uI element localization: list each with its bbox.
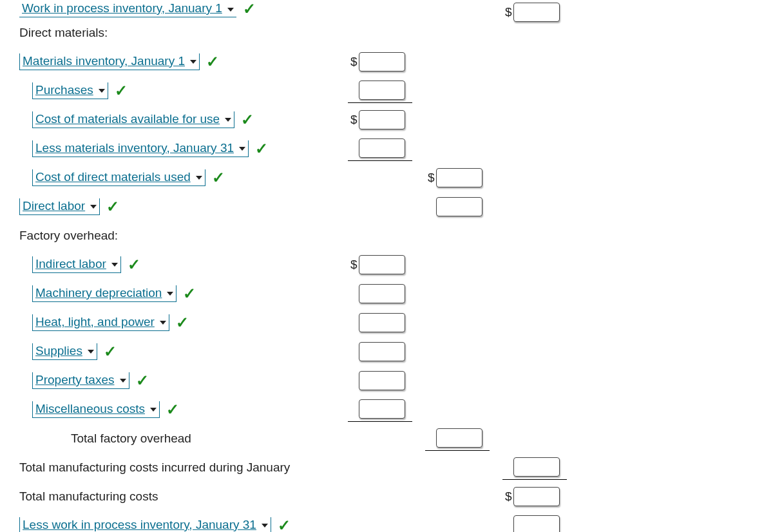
row-less-mat-jan31: Less materials inventory, January 31 ✓ $ xyxy=(0,134,773,163)
check-icon: ✓ xyxy=(176,314,189,332)
row-property-taxes: Property taxes ✓ $ xyxy=(0,366,773,395)
check-icon: ✓ xyxy=(166,401,179,419)
check-icon: ✓ xyxy=(128,256,140,274)
input-total-mfg-costs-incurred[interactable] xyxy=(513,457,560,477)
input-heat-light-power[interactable] xyxy=(359,313,405,332)
row-supplies: Supplies ✓ $ xyxy=(0,337,773,366)
dollar-sign: $ xyxy=(350,55,358,69)
check-icon: ✓ xyxy=(212,169,225,187)
input-purchases[interactable] xyxy=(359,81,405,100)
check-icon: ✓ xyxy=(278,517,291,533)
dropdown-misc-costs[interactable]: Miscellaneous costs xyxy=(32,401,160,418)
row-cost-mat-avail: Cost of materials available for use ✓ $ xyxy=(0,105,773,134)
dollar-sign: $ xyxy=(505,5,512,19)
input-total-factory-overhead[interactable] xyxy=(436,428,482,448)
input-direct-labor[interactable] xyxy=(436,197,482,216)
label-direct-materials: Direct materials: xyxy=(19,26,108,40)
input-machinery-dep[interactable] xyxy=(359,284,405,303)
input-less-mat-jan31[interactable] xyxy=(359,138,405,158)
input-total-mfg-costs[interactable] xyxy=(513,487,560,506)
label-total-mfg-costs-incurred: Total manufacturing costs incurred durin… xyxy=(19,461,290,475)
dropdown-indirect-labor[interactable]: Indirect labor xyxy=(32,256,121,273)
dropdown-direct-labor[interactable]: Direct labor xyxy=(19,198,100,215)
check-icon: ✓ xyxy=(183,285,196,303)
row-indirect-labor: Indirect labor ✓ $ xyxy=(0,250,773,279)
check-icon: ✓ xyxy=(115,82,128,100)
input-supplies[interactable] xyxy=(359,342,405,361)
dropdown-less-mat-jan31[interactable]: Less materials inventory, January 31 xyxy=(32,140,249,157)
row-direct-materials-header: Direct materials: xyxy=(0,18,773,47)
input-misc-costs[interactable] xyxy=(359,399,405,419)
row-wip-jan1: Work in process inventory, January 1 ✓ $ xyxy=(0,0,773,18)
dropdown-purchases[interactable]: Purchases xyxy=(32,82,108,99)
dropdown-property-taxes[interactable]: Property taxes xyxy=(32,372,129,389)
input-cost-direct-mat-used[interactable] xyxy=(436,168,482,187)
check-icon: ✓ xyxy=(104,343,117,361)
dropdown-heat-light-power[interactable]: Heat, light, and power xyxy=(32,314,169,331)
label-total-factory-overhead: Total factory overhead xyxy=(71,432,191,446)
row-total-mfg-costs-incurred: Total manufacturing costs incurred durin… xyxy=(0,453,773,482)
input-indirect-labor[interactable] xyxy=(359,255,405,274)
row-cost-direct-mat-used: Cost of direct materials used ✓ $ xyxy=(0,163,773,192)
input-less-wip-jan31[interactable] xyxy=(513,515,560,532)
dollar-sign: $ xyxy=(350,258,358,272)
input-property-taxes[interactable] xyxy=(359,371,405,390)
check-icon: ✓ xyxy=(106,198,119,216)
dollar-sign: $ xyxy=(350,113,358,127)
dollar-sign: $ xyxy=(505,489,512,504)
row-machinery-dep: Machinery depreciation ✓ $ xyxy=(0,279,773,308)
check-icon: ✓ xyxy=(136,372,149,390)
dropdown-cost-direct-mat-used[interactable]: Cost of direct materials used xyxy=(32,169,205,186)
row-total-factory-overhead: Total factory overhead $ xyxy=(0,424,773,453)
row-total-mfg-costs: Total manufacturing costs $ xyxy=(0,482,773,511)
input-cost-mat-avail[interactable] xyxy=(359,110,405,129)
check-icon: ✓ xyxy=(243,0,256,18)
row-purchases: Purchases ✓ $ xyxy=(0,76,773,105)
dropdown-supplies[interactable]: Supplies xyxy=(32,343,97,360)
dropdown-cost-mat-avail[interactable]: Cost of materials available for use xyxy=(32,111,234,128)
label-factory-overhead: Factory overhead: xyxy=(19,229,118,243)
dropdown-wip-jan1[interactable]: Work in process inventory, January 1 xyxy=(19,1,236,17)
dropdown-mat-inv-jan1[interactable]: Materials inventory, January 1 xyxy=(19,53,200,70)
check-icon: ✓ xyxy=(241,111,254,129)
input-mat-inv-jan1[interactable] xyxy=(359,52,405,71)
dollar-sign: $ xyxy=(428,171,435,185)
row-factory-overhead-header: Factory overhead: xyxy=(0,221,773,250)
row-mat-inv-jan1: Materials inventory, January 1 ✓ $ xyxy=(0,47,773,76)
row-misc-costs: Miscellaneous costs ✓ $ xyxy=(0,395,773,424)
label-total-mfg-costs: Total manufacturing costs xyxy=(19,489,158,504)
row-direct-labor: Direct labor ✓ $ xyxy=(0,192,773,221)
row-less-wip-jan31: Less work in process inventory, January … xyxy=(0,511,773,532)
check-icon: ✓ xyxy=(206,53,219,71)
row-heat-light-power: Heat, light, and power ✓ $ xyxy=(0,308,773,337)
dropdown-less-wip-jan31[interactable]: Less work in process inventory, January … xyxy=(19,517,271,533)
check-icon: ✓ xyxy=(255,140,268,158)
input-wip-jan1[interactable] xyxy=(513,3,560,22)
dropdown-machinery-dep[interactable]: Machinery depreciation xyxy=(32,285,177,302)
